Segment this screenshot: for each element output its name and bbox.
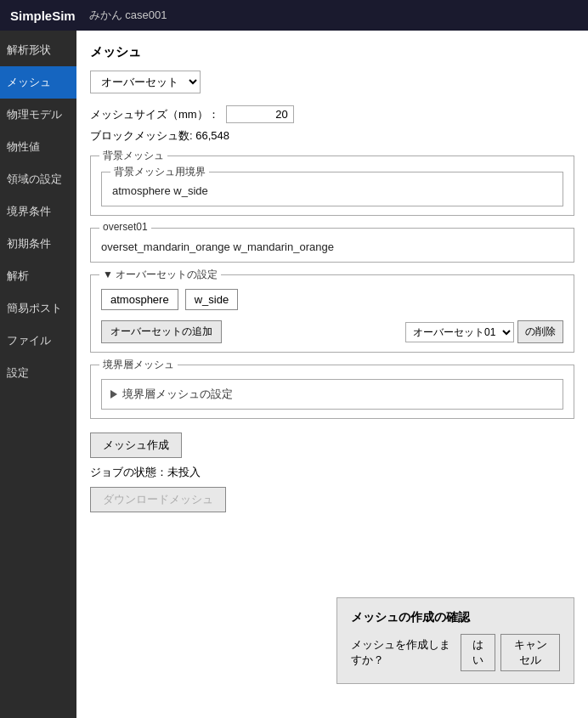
confirm-buttons: はい キャンセル [461,634,560,671]
overset-settings-section: ▼ オーバーセットの設定 atmosphere w_side オーバーセットの追… [90,274,574,353]
tag-w-side[interactable]: w_side [185,289,238,310]
dropdown-row: オーバーセット 構造格子 非構造格子 [90,71,574,93]
mesh-size-input[interactable] [226,105,294,123]
download-row: ダウンロードメッシュ [90,487,574,512]
page-title: メッシュ [90,44,574,60]
confirm-body-row: メッシュを作成しますか？ はい キャンセル [351,634,560,671]
boundary-layer-section: 境界層メッシュ 境界層メッシュの設定 [90,365,574,419]
overset-right: オーバーセット01 の削除 [405,320,563,343]
block-count: ブロックメッシュ数: 66,548 [90,128,574,144]
create-mesh-button[interactable]: メッシュ作成 [90,432,182,458]
user-case: みかん case001 [89,8,167,23]
overset01-content: overset_mandarin_orange w_mandarin_orang… [101,240,563,253]
overset-settings-legend[interactable]: ▼ オーバーセットの設定 [99,268,221,282]
job-status-label: ジョブの状態：未投入 [90,466,201,478]
main-content: メッシュ オーバーセット 構造格子 非構造格子 メッシュサイズ（mm）： ブロッ… [76,31,588,718]
overset01-section: overset01 overset_mandarin_orange w_mand… [90,228,574,263]
confirm-yes-button[interactable]: はい [461,634,495,671]
sidebar-item-domain-settings[interactable]: 領域の設定 [0,163,76,195]
background-mesh-section: 背景メッシュ 背景メッシュ用境界 atmosphere w_side [90,155,574,216]
sidebar: 解析形状 メッシュ 物理モデル 物性値 領域の設定 境界条件 初期条件 解析 簡… [0,31,76,718]
confirm-title: メッシュの作成の確認 [351,610,560,625]
bottom-actions-row: メッシュ作成 [90,432,574,458]
add-overset-button[interactable]: オーバーセットの追加 [101,320,222,343]
header: SimpleSim みかん case001 [0,0,588,31]
tag-row: atmosphere w_side [101,289,563,310]
sidebar-item-mesh[interactable]: メッシュ [0,66,76,99]
sidebar-item-settings[interactable]: 設定 [0,357,76,389]
sidebar-item-analysis-shape[interactable]: 解析形状 [0,34,76,66]
boundary-layer-inner-label: 境界層メッシュの設定 [122,387,233,402]
sidebar-item-analysis[interactable]: 解析 [0,260,76,292]
tag-atmosphere[interactable]: atmosphere [101,289,178,310]
overset-select[interactable]: オーバーセット01 [405,322,514,342]
background-mesh-inner-section: 背景メッシュ用境界 atmosphere w_side [101,172,563,206]
overset-action-row: オーバーセットの追加 オーバーセット01 の削除 [101,320,563,343]
sidebar-item-file[interactable]: ファイル [0,325,76,357]
overset-type-select[interactable]: オーバーセット 構造格子 非構造格子 [90,71,201,93]
confirm-question: メッシュを作成しますか？ [351,637,461,668]
delete-overset-button[interactable]: の削除 [517,320,563,343]
sidebar-item-initial-conditions[interactable]: 初期条件 [0,228,76,260]
boundary-layer-inner[interactable]: 境界層メッシュの設定 [101,379,563,410]
sidebar-item-physics-model[interactable]: 物理モデル [0,99,76,131]
confirm-dialog: メッシュの作成の確認 メッシュを作成しますか？ はい キャンセル [336,597,574,684]
sidebar-item-boundary-conditions[interactable]: 境界条件 [0,195,76,228]
confirm-cancel-button[interactable]: キャンセル [500,634,560,671]
job-status-row: ジョブの状態：未投入 [90,465,574,480]
background-mesh-content: atmosphere w_side [112,184,552,197]
collapse-triangle-icon [110,390,117,399]
mesh-size-label: メッシュサイズ（mm）： [90,107,219,122]
background-mesh-inner-legend: 背景メッシュ用境界 [110,165,209,179]
overset01-legend: overset01 [99,221,151,233]
sidebar-item-material[interactable]: 物性値 [0,131,76,163]
background-mesh-legend: 背景メッシュ [99,149,167,163]
sidebar-item-simple-post[interactable]: 簡易ポスト [0,292,76,325]
download-mesh-button[interactable]: ダウンロードメッシュ [90,487,226,512]
mesh-size-row: メッシュサイズ（mm）： [90,105,574,123]
boundary-layer-legend: 境界層メッシュ [99,358,178,372]
app-name: SimpleSim [10,8,76,23]
